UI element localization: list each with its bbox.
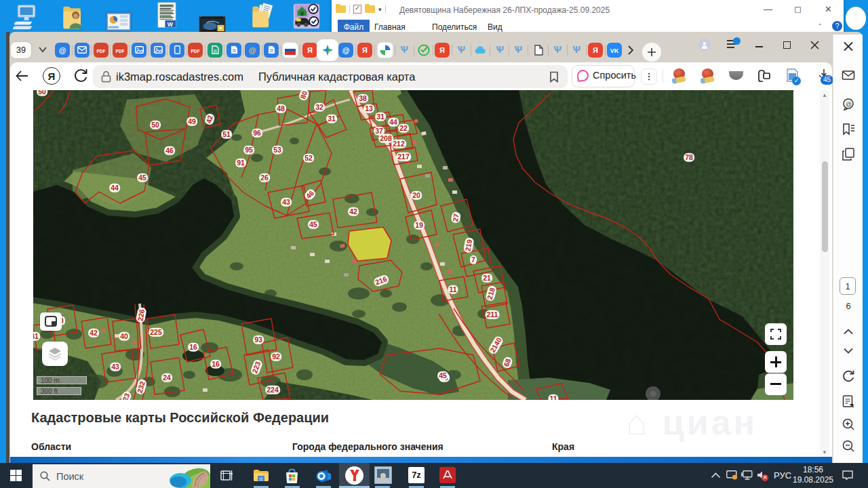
svg-text:@: @ (846, 101, 852, 108)
svg-text:W: W (167, 21, 174, 28)
